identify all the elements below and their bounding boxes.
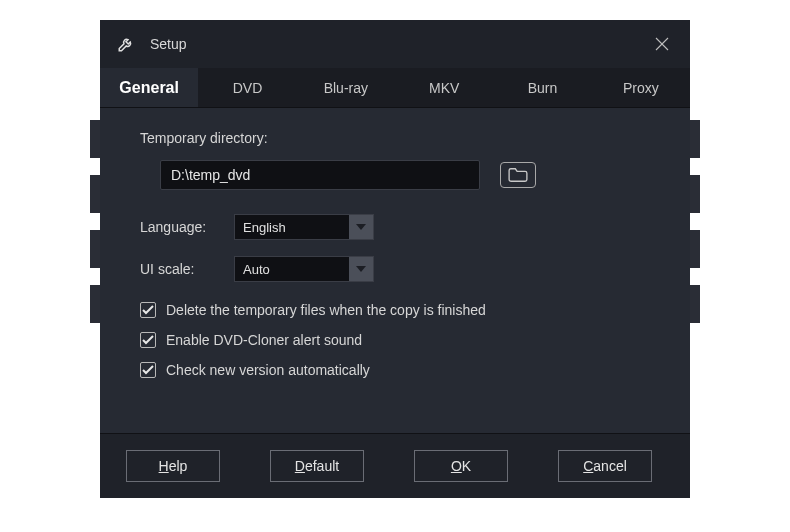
help-button[interactable]: Help	[126, 450, 220, 482]
ok-button[interactable]: OK	[414, 450, 508, 482]
chevron-down-icon	[349, 215, 373, 239]
chevron-down-icon	[349, 257, 373, 281]
language-label: Language:	[140, 219, 234, 235]
tab-bluray[interactable]: Blu-ray	[297, 68, 395, 107]
dialog-title: Setup	[150, 36, 187, 52]
tab-dvd[interactable]: DVD	[198, 68, 296, 107]
ui-scale-label: UI scale:	[140, 261, 234, 277]
tab-mkv[interactable]: MKV	[395, 68, 493, 107]
tab-burn[interactable]: Burn	[493, 68, 591, 107]
temp-dir-label: Temporary directory:	[140, 130, 658, 146]
checkbox-icon	[140, 302, 156, 318]
titlebar: Setup	[100, 20, 690, 68]
setup-icon	[116, 34, 136, 54]
ui-scale-select[interactable]: Auto	[234, 256, 374, 282]
checkbox-delete-temp[interactable]: Delete the temporary files when the copy…	[140, 302, 658, 318]
checkbox-icon	[140, 332, 156, 348]
language-select[interactable]: English	[234, 214, 374, 240]
close-button[interactable]	[650, 32, 674, 56]
tab-content-general: Temporary directory: Language: English U…	[100, 108, 690, 434]
folder-icon	[507, 167, 529, 183]
checkbox-check-update[interactable]: Check new version automatically	[140, 362, 658, 378]
browse-button[interactable]	[500, 162, 536, 188]
dialog-footer: Help Default OK Cancel	[100, 434, 690, 498]
checkbox-alert-sound[interactable]: Enable DVD-Cloner alert sound	[140, 332, 658, 348]
svg-marker-2	[356, 224, 366, 230]
svg-marker-3	[356, 266, 366, 272]
cancel-button[interactable]: Cancel	[558, 450, 652, 482]
checkbox-icon	[140, 362, 156, 378]
tabs: General DVD Blu-ray MKV Burn Proxy	[100, 68, 690, 108]
tab-general[interactable]: General	[100, 68, 198, 107]
temp-dir-input[interactable]	[160, 160, 480, 190]
tab-proxy[interactable]: Proxy	[592, 68, 690, 107]
default-button[interactable]: Default	[270, 450, 364, 482]
setup-dialog: Setup General DVD Blu-ray MKV Burn Proxy…	[100, 20, 690, 498]
